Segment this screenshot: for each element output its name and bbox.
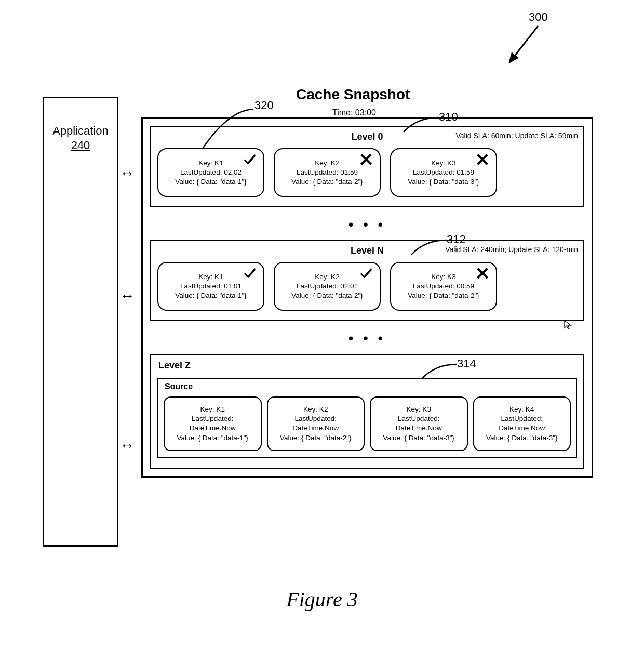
ellipsis: • • • bbox=[150, 330, 584, 347]
card-upd: LastUpdated: 02:01 bbox=[297, 282, 358, 291]
card-upd: LastUpdated: 01:59 bbox=[297, 168, 358, 177]
card-key: Key: K1 bbox=[200, 405, 225, 414]
card-key: Key: K1 bbox=[198, 158, 223, 168]
card-upd: LastUpdated: 02:02 bbox=[180, 168, 242, 177]
curve-icon bbox=[420, 363, 461, 384]
cache-card: Key: K1 LastUpdated: 02:02 Value: { Data… bbox=[157, 148, 264, 197]
source-cards: Key: K1 LastUpdated: DateTime.Now Value:… bbox=[164, 396, 571, 451]
snapshot-time: Time: 03:00 bbox=[332, 108, 376, 117]
source-title: Source bbox=[165, 382, 193, 391]
level-z-title: Level Z bbox=[158, 360, 191, 371]
card-upd: LastUpdated: DateTime.Now bbox=[479, 414, 565, 433]
card-val: Value: { Data: "data-2"} bbox=[291, 177, 363, 187]
application-title: Application bbox=[44, 124, 117, 138]
card-upd: LastUpdated: 01:59 bbox=[413, 168, 474, 177]
level-z-panel: Level Z Source Key: K1 LastUpdated: Date… bbox=[150, 354, 584, 469]
curve-icon bbox=[409, 239, 451, 260]
application-box: Application 240 bbox=[43, 97, 118, 547]
card-key: Key: K2 bbox=[303, 405, 328, 414]
callout-300-label: 300 bbox=[529, 10, 548, 23]
application-ref: 240 bbox=[44, 139, 117, 152]
source-card: Key: K2 LastUpdated: DateTime.Now Value:… bbox=[267, 396, 365, 451]
card-key: Key: K3 bbox=[407, 405, 431, 414]
level-0-sla: Valid SLA: 60min; Update SLA: 59min bbox=[455, 131, 578, 140]
card-val: Value: { Data: "data-1"} bbox=[175, 177, 247, 187]
card-key: Key: K4 bbox=[509, 405, 534, 414]
x-icon bbox=[475, 152, 490, 169]
card-upd: LastUpdated: DateTime.Now bbox=[170, 414, 256, 433]
card-key: Key: K1 bbox=[198, 272, 223, 282]
ellipsis: • • • bbox=[150, 217, 584, 233]
card-upd: LastUpdated: 00:59 bbox=[413, 282, 474, 291]
cursor-icon bbox=[564, 320, 574, 332]
cache-card: Key: K1 LastUpdated: 01:01 Value: { Data… bbox=[157, 262, 264, 311]
source-card: Key: K4 LastUpdated: DateTime.Now Value:… bbox=[473, 396, 571, 451]
cache-card: Key: K2 LastUpdated: 02:01 Value: { Data… bbox=[274, 262, 381, 311]
callout-312: 312 bbox=[447, 233, 466, 246]
bidirectional-arrow-icon: ↔ bbox=[119, 437, 133, 454]
source-card: Key: K1 LastUpdated: DateTime.Now Value:… bbox=[164, 396, 262, 451]
card-val: Value: { Data: "data-1"} bbox=[177, 433, 248, 443]
snapshot-title: Cache Snapshot bbox=[296, 86, 410, 103]
checkmark-icon bbox=[359, 266, 373, 283]
card-val: Value: { Data: "data-1"} bbox=[175, 291, 247, 300]
card-key: Key: K3 bbox=[431, 272, 455, 282]
card-val: Value: { Data: "data-3"} bbox=[383, 433, 454, 443]
checkmark-icon bbox=[243, 152, 257, 169]
card-key: Key: K3 bbox=[431, 158, 455, 168]
svg-line-0 bbox=[509, 26, 538, 62]
cache-card: Key: K3 LastUpdated: 00:59 Value: { Data… bbox=[390, 262, 497, 311]
card-key: Key: K2 bbox=[315, 158, 339, 168]
level-n-cards: Key: K1 LastUpdated: 01:01 Value: { Data… bbox=[157, 262, 577, 311]
card-upd: LastUpdated: 01:01 bbox=[180, 282, 242, 291]
card-key: Key: K2 bbox=[315, 272, 339, 282]
source-card: Key: K3 LastUpdated: DateTime.Now Value:… bbox=[370, 396, 468, 451]
card-val: Value: { Data: "data-3"} bbox=[486, 433, 558, 443]
level-n-sla: Valid SLA: 240min; Update SLA: 120-min bbox=[445, 245, 578, 254]
bidirectional-arrow-icon: ↔ bbox=[119, 287, 133, 305]
x-icon bbox=[475, 266, 490, 283]
card-val: Value: { Data: "data-3"} bbox=[408, 177, 479, 187]
checkmark-icon bbox=[243, 266, 257, 283]
snapshot-box: Level 0 Valid SLA: 60min; Update SLA: 59… bbox=[141, 117, 593, 478]
callout-300: 300 bbox=[529, 10, 548, 24]
figure-caption: Figure 3 bbox=[0, 587, 644, 612]
x-icon bbox=[359, 152, 373, 169]
card-upd: LastUpdated: DateTime.Now bbox=[273, 414, 359, 433]
card-upd: LastUpdated: DateTime.Now bbox=[376, 414, 462, 433]
arrow-icon bbox=[502, 26, 548, 73]
level-n-panel: Level N Valid SLA: 240min; Update SLA: 1… bbox=[150, 240, 584, 321]
cache-card: Key: K3 LastUpdated: 01:59 Value: { Data… bbox=[390, 148, 497, 197]
cache-card: Key: K2 LastUpdated: 01:59 Value: { Data… bbox=[274, 148, 381, 197]
source-box: Source Key: K1 LastUpdated: DateTime.Now… bbox=[157, 378, 577, 458]
card-val: Value: { Data: "data-2"} bbox=[408, 291, 479, 300]
level-0-cards: Key: K1 LastUpdated: 02:02 Value: { Data… bbox=[157, 148, 577, 197]
card-val: Value: { Data: "data-2"} bbox=[291, 291, 363, 300]
callout-320: 320 bbox=[254, 99, 274, 112]
callout-314: 314 bbox=[457, 357, 476, 371]
level-0-panel: Level 0 Valid SLA: 60min; Update SLA: 59… bbox=[150, 126, 584, 207]
card-val: Value: { Data: "data-2"} bbox=[280, 433, 352, 443]
bidirectional-arrow-icon: ↔ bbox=[119, 164, 133, 182]
